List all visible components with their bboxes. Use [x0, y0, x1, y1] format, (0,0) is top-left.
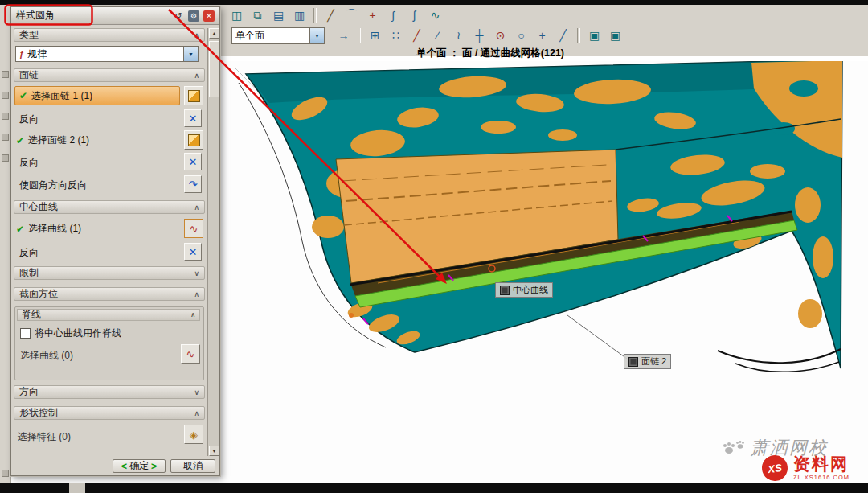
reverse-3-button[interactable]: ✕: [184, 243, 202, 261]
paw-icon: [722, 438, 746, 458]
paste-view-icon[interactable]: ▥: [290, 6, 309, 24]
tag-grid-icon: [628, 357, 638, 367]
type-dropdown-value: 规律: [27, 47, 47, 61]
snap-endpoint-icon[interactable]: ╱: [407, 27, 426, 44]
dock-icon-5[interactable]: [2, 154, 9, 162]
snap-center-icon[interactable]: ⊙: [491, 27, 510, 44]
section-face-chain[interactable]: 面链 ∧: [14, 68, 205, 82]
spine-header[interactable]: 脊线 ∧: [17, 309, 200, 321]
clipboard-copy-icon[interactable]: ▣: [585, 27, 604, 44]
spine-curve-select-button[interactable]: ∿: [181, 344, 200, 364]
selection-filter-combo[interactable]: 单个面 ▼: [231, 27, 325, 44]
endpoint-marker: [349, 313, 354, 318]
bottom-black-bar: [0, 483, 868, 493]
style-fillet-dialog: 样式圆角 ↺ ⚙ ✕ 类型 ∧ ƒ 规律 ▼ 面链 ∧ ✔ 选择面链 1 (1): [10, 6, 220, 476]
watermark-url: ZL.XS1616.COM: [793, 474, 850, 481]
snap-scatter-icon[interactable]: ∷: [387, 27, 405, 44]
section-limits-collapsed[interactable]: 限制 ∨: [14, 266, 205, 280]
tag-face-chain-2-label: 面链 2: [641, 355, 666, 368]
section-center-curve[interactable]: 中心曲线 ∧: [14, 200, 205, 214]
scroll-down-button[interactable]: ▼: [209, 446, 219, 456]
reverse-1-button[interactable]: ✕: [184, 109, 202, 127]
show-hide-icon[interactable]: ◫: [227, 6, 246, 24]
chevron-up-icon: ∧: [190, 311, 195, 318]
face-select-icon: [188, 90, 200, 102]
dock-icon-4[interactable]: [2, 134, 9, 141]
section-type[interactable]: 类型 ∧: [14, 28, 205, 42]
tag-leader-line: [567, 315, 627, 359]
chevron-down-icon[interactable]: ▼: [183, 47, 198, 61]
dock-icon-1[interactable]: [2, 71, 9, 78]
use-center-curve-row: 将中心曲线用作脊线: [20, 327, 121, 340]
reverse-direction-icon: ✕: [189, 113, 198, 125]
ok-button[interactable]: < 确定 >: [113, 459, 166, 473]
left-dock-strip: [0, 5, 11, 483]
point-icon[interactable]: +: [363, 6, 382, 24]
tag-center-curve[interactable]: 中心曲线: [495, 282, 553, 298]
scroll-thumb[interactable]: [209, 41, 219, 97]
feature-select-icon: ◈: [190, 429, 198, 441]
dialog-scrollbar[interactable]: ▲ ▼: [207, 28, 219, 456]
toolbar-separator: [577, 28, 580, 43]
center-curve-select-button[interactable]: ∿: [184, 219, 203, 238]
dock-icon-3[interactable]: [2, 113, 9, 120]
go-forward-icon[interactable]: →: [334, 27, 353, 44]
face-select-icon: [188, 134, 200, 146]
select-face-chain-1[interactable]: ✔ 选择面链 1 (1): [14, 86, 180, 105]
scroll-down-icon: ▼: [211, 448, 217, 454]
check-icon: ✔: [19, 90, 27, 101]
snap-curve-icon[interactable]: ≀: [449, 27, 468, 44]
scroll-up-button[interactable]: ▲: [209, 28, 219, 39]
face-chain-1-button[interactable]: [184, 86, 203, 105]
select-center-curve-label: 选择曲线 (1): [28, 222, 81, 236]
reverse-2-button[interactable]: ✕: [184, 153, 202, 170]
use-center-curve-checkbox[interactable]: [20, 328, 31, 339]
toolbar-standard: ◫ ⧉ ▤ ▥ ╱ ⌒ + ∫ ʃ ∿: [227, 6, 444, 24]
select-face-chain-2[interactable]: ✔ 选择面链 2 (1): [16, 134, 89, 147]
clipboard-paste-icon[interactable]: ▣: [606, 27, 624, 44]
flip-fillet-label-row: 使圆角方向反向: [19, 179, 87, 192]
feature-select-button[interactable]: ◈: [184, 425, 203, 444]
cancel-button[interactable]: 取消: [170, 459, 215, 473]
curve-icon[interactable]: ∿: [426, 6, 444, 24]
dialog-title-bar[interactable]: 样式圆角 ↺ ⚙ ✕: [11, 7, 219, 25]
close-icon[interactable]: ✕: [203, 10, 215, 22]
flip-direction-icon: ↷: [189, 179, 198, 191]
window-layout-icon[interactable]: ⧉: [248, 6, 267, 24]
snap-point-icon[interactable]: +: [533, 27, 551, 44]
studio-spline-icon[interactable]: ʃ: [405, 6, 424, 24]
copy-view-icon[interactable]: ▤: [269, 6, 288, 24]
snap-midpoint-icon[interactable]: ∕: [428, 27, 447, 44]
reverse-2-label-row: 反向: [19, 156, 39, 170]
select-feature-row: 选择特征 (0): [18, 430, 71, 444]
tag-grid-icon: [500, 286, 510, 295]
tag-face-chain-2[interactable]: 面链 2: [624, 354, 671, 369]
chevron-down-icon[interactable]: ▼: [309, 28, 324, 43]
dock-icon-2[interactable]: [2, 92, 9, 99]
section-shape-control[interactable]: 形状控制 ∧: [14, 406, 205, 420]
gear-icon[interactable]: ⚙: [188, 10, 199, 22]
select-face-chain-2-label: 选择面链 2 (1): [28, 134, 89, 147]
dock-icon-6[interactable]: [2, 470, 9, 477]
flip-fillet-button[interactable]: ↷: [184, 175, 202, 193]
arc-icon[interactable]: ⌒: [342, 6, 361, 24]
sketch-line-icon[interactable]: ╱: [321, 6, 340, 24]
spline-icon[interactable]: ∫: [384, 6, 403, 24]
select-face-chain-1-label: 选择面链 1 (1): [31, 89, 92, 103]
chevron-up-icon: ∧: [194, 203, 199, 212]
check-icon: ✔: [16, 224, 24, 235]
chevron-down-icon: ∨: [194, 269, 199, 277]
bottom-edge-curves: [718, 349, 841, 372]
taskbar-button[interactable]: [69, 483, 85, 493]
snap-angle-icon[interactable]: ╱: [554, 27, 572, 44]
section-orientation[interactable]: 截面方位 ∧: [14, 287, 205, 301]
type-dropdown[interactable]: ƒ 规律 ▼: [15, 46, 199, 62]
face-chain-2-button[interactable]: [184, 130, 203, 150]
snap-quadrant-icon[interactable]: ○: [512, 27, 530, 44]
reset-icon[interactable]: ↺: [173, 10, 184, 22]
section-direction-collapsed[interactable]: 方向 ∨: [14, 385, 205, 399]
snap-options-icon[interactable]: ⊞: [366, 27, 384, 44]
section-orientation-label: 截面方位: [19, 287, 58, 301]
snap-intersection-icon[interactable]: ┼: [470, 27, 489, 44]
select-center-curve[interactable]: ✔ 选择曲线 (1): [16, 222, 81, 236]
